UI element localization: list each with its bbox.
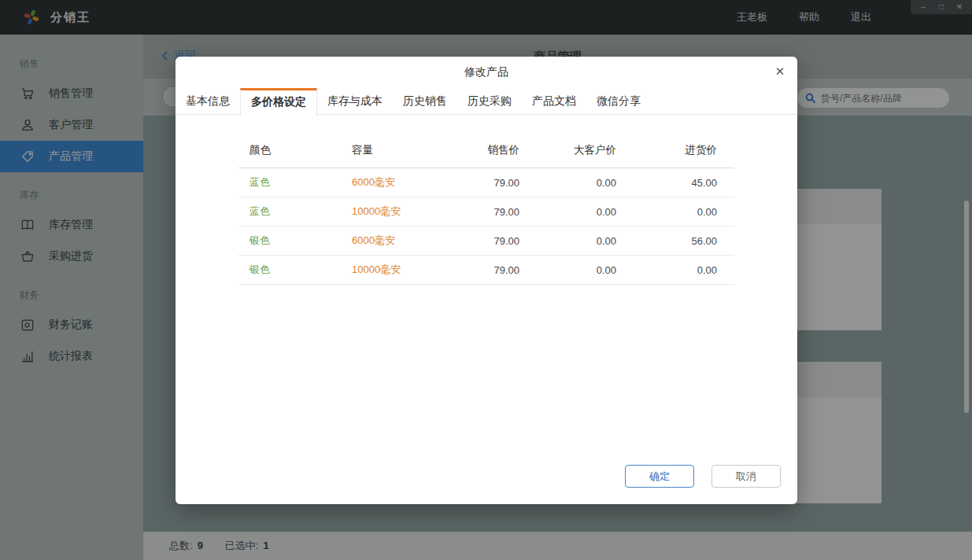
tab-0[interactable]: 基本信息 xyxy=(176,88,240,115)
column-header: 销售价 xyxy=(446,143,519,157)
table-cell: 0.00 xyxy=(519,177,616,189)
table-cell: 79.00 xyxy=(446,235,519,247)
table-cell: 6000毫安 xyxy=(352,175,446,190)
confirm-button[interactable]: 确定 xyxy=(625,465,694,488)
table-cell: 银色 xyxy=(249,234,352,248)
table-cell: 79.00 xyxy=(446,177,519,189)
dialog-close-icon[interactable]: ✕ xyxy=(771,62,789,81)
tab-1[interactable]: 多价格设定 xyxy=(240,88,317,116)
table-cell: 79.00 xyxy=(446,264,519,276)
table-cell: 0.00 xyxy=(616,206,717,218)
column-header: 容量 xyxy=(352,143,446,157)
table-header-row: 颜色容量销售价大客户价进货价 xyxy=(238,132,734,168)
column-header: 颜色 xyxy=(249,143,352,157)
table-row[interactable]: 银色10000毫安79.000.000.00 xyxy=(238,256,734,285)
table-cell: 45.00 xyxy=(616,177,717,189)
price-table: 颜色容量销售价大客户价进货价蓝色6000毫安79.000.0045.00蓝色10… xyxy=(238,132,734,285)
table-cell: 蓝色 xyxy=(249,204,352,219)
table-cell: 0.00 xyxy=(519,206,616,218)
column-header: 大客户价 xyxy=(519,143,616,157)
table-cell: 79.00 xyxy=(446,206,519,218)
table-cell: 10000毫安 xyxy=(352,263,446,277)
table-cell: 蓝色 xyxy=(249,175,352,190)
tab-3[interactable]: 历史销售 xyxy=(393,88,457,115)
tab-2[interactable]: 库存与成本 xyxy=(317,88,393,115)
table-cell: 银色 xyxy=(249,263,352,277)
dialog-tabs: 基本信息多价格设定库存与成本历史销售历史采购产品文档微信分享 xyxy=(176,88,797,115)
app-window: 分销王 王老板 帮助 退出 – □ ✕ 销售销售管理客户管理产品管理库存库存管理… xyxy=(0,0,972,560)
column-header: 进货价 xyxy=(616,143,717,157)
table-row[interactable]: 银色6000毫安79.000.0056.00 xyxy=(238,227,734,256)
table-row[interactable]: 蓝色10000毫安79.000.000.00 xyxy=(238,197,734,227)
dialog-title: 修改产品 xyxy=(176,65,797,79)
table-cell: 0.00 xyxy=(519,235,616,247)
table-cell: 0.00 xyxy=(616,264,717,276)
table-cell: 56.00 xyxy=(616,235,717,247)
table-cell: 10000毫安 xyxy=(352,204,446,219)
tab-5[interactable]: 产品文档 xyxy=(522,88,586,115)
table-row[interactable]: 蓝色6000毫安79.000.0045.00 xyxy=(238,168,734,197)
table-cell: 0.00 xyxy=(519,264,616,276)
edit-product-dialog: 修改产品 ✕ 基本信息多价格设定库存与成本历史销售历史采购产品文档微信分享 颜色… xyxy=(176,57,797,504)
tab-4[interactable]: 历史采购 xyxy=(457,88,522,115)
cancel-button[interactable]: 取消 xyxy=(711,465,781,488)
dialog-actions: 确定 取消 xyxy=(625,465,781,488)
tab-6[interactable]: 微信分享 xyxy=(586,88,651,115)
table-cell: 6000毫安 xyxy=(352,234,446,248)
